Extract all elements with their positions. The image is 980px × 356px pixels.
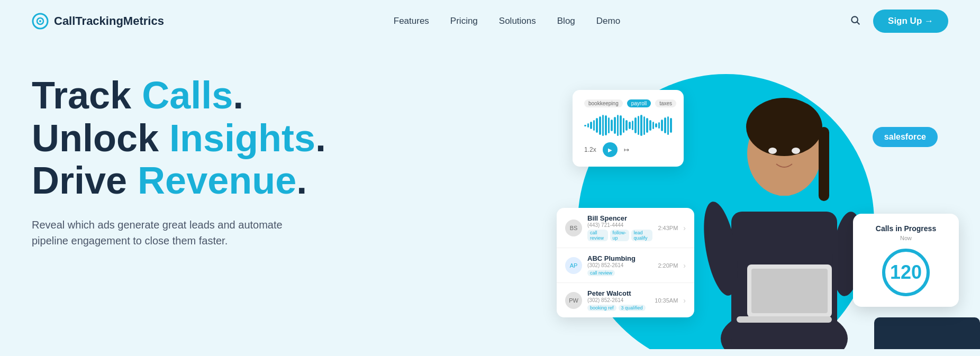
call-time-0: 2:43PM: [658, 225, 678, 231]
hero-headline: Track Calls. Unlock Insights. Drive Reve…: [32, 74, 326, 202]
nav-item-pricing[interactable]: Pricing: [450, 16, 478, 26]
call-name-2: Peter Walcott: [587, 289, 649, 297]
audio-controls[interactable]: 1.2x ▶ ↦: [584, 142, 672, 157]
svg-rect-17: [737, 316, 832, 323]
call-arrow-0: ›: [683, 224, 686, 232]
call-item-0: BS Bill Spencer (443) 721-4444 call revi…: [557, 208, 694, 248]
call-item-2: PW Peter Walcott (302) 852-2614 booking …: [557, 283, 694, 317]
audio-skip-icon[interactable]: ↦: [624, 146, 629, 153]
audio-speed: 1.2x: [584, 146, 596, 153]
svg-point-3: [851, 16, 858, 23]
audio-play-button[interactable]: ▶: [603, 142, 618, 157]
nav-item-features[interactable]: Features: [394, 16, 429, 26]
call-number-2: (302) 852-2614: [587, 297, 649, 303]
calls-progress-widget: Calls in Progress Now 120: [853, 214, 959, 307]
calls-progress-title: Calls in Progress: [866, 224, 946, 233]
svg-rect-16: [751, 269, 828, 313]
audio-tag-payroll: payroll: [627, 99, 651, 107]
call-tag-1-0: call review: [587, 270, 615, 276]
call-time-2: 10:35AM: [655, 297, 678, 304]
nav-right: Sign Up →: [850, 10, 948, 33]
svg-point-14: [792, 148, 800, 154]
svg-rect-12: [819, 127, 829, 201]
svg-point-2: [39, 20, 41, 22]
logo-icon: [32, 13, 49, 30]
audio-tag-taxes: taxes: [655, 99, 676, 107]
call-avatar-2: PW: [565, 292, 582, 309]
svg-point-11: [746, 98, 822, 156]
call-time-1: 2:20PM: [658, 262, 678, 269]
call-number-0: (443) 721-4444: [587, 222, 652, 228]
call-tags-1: call review: [587, 270, 652, 276]
call-name-0: Bill Spencer: [587, 214, 652, 222]
search-icon: [850, 15, 860, 25]
call-item-1: AP ABC Plumbing (302) 852-2614 call revi…: [557, 248, 694, 283]
call-tag-0-0: call review: [587, 230, 608, 241]
nav-item-blog[interactable]: Blog: [557, 16, 575, 26]
hero-visuals: salesforce bookkeeping payroll taxes 1.2…: [419, 42, 980, 349]
call-tag-2-1: 3 qualified: [619, 305, 646, 311]
call-tags-2: booking ref 3 qualified: [587, 305, 649, 311]
calls-progress-subtitle: Now: [866, 235, 946, 241]
signup-button[interactable]: Sign Up →: [873, 10, 948, 33]
call-list-card: BS Bill Spencer (443) 721-4444 call revi…: [557, 208, 694, 317]
call-info-0: Bill Spencer (443) 721-4444 call review …: [587, 214, 652, 241]
call-avatar-0: BS: [565, 220, 582, 236]
call-tag-0-1: follow-up: [610, 230, 629, 241]
call-avatar-1: AP: [565, 257, 582, 274]
svg-line-4: [857, 22, 860, 24]
nav-item-solutions[interactable]: Solutions: [499, 16, 536, 26]
audio-waveform: [584, 114, 672, 137]
call-name-1: ABC Plumbing: [587, 254, 652, 262]
call-info-2: Peter Walcott (302) 852-2614 booking ref…: [587, 289, 649, 311]
call-tag-2-0: booking ref: [587, 305, 616, 311]
call-arrow-2: ›: [683, 296, 686, 305]
search-button[interactable]: [850, 15, 860, 28]
audio-tags: bookkeeping payroll taxes: [584, 99, 672, 107]
call-number-1: (302) 852-2614: [587, 262, 652, 268]
audio-card: bookkeeping payroll taxes 1.2x ▶ ↦: [573, 90, 684, 167]
call-arrow-1: ›: [683, 261, 686, 270]
navbar: CallTrackingMetrics Features Pricing Sol…: [0, 0, 980, 42]
nav-links: Features Pricing Solutions Blog Demo: [394, 16, 620, 26]
svg-point-13: [768, 148, 777, 154]
call-tags-0: call review follow-up lead qualify: [587, 230, 652, 241]
calls-progress-count: 120: [882, 249, 930, 296]
salesforce-badge: salesforce: [873, 127, 938, 147]
hero-section: Track Calls. Unlock Insights. Drive Reve…: [0, 42, 980, 349]
logo[interactable]: CallTrackingMetrics: [32, 13, 164, 30]
brand-name: CallTrackingMetrics: [54, 14, 164, 28]
nav-item-demo[interactable]: Demo: [596, 16, 620, 26]
call-tag-0-2: lead qualify: [631, 230, 653, 241]
hero-subtext: Reveal which ads generate great leads an…: [32, 217, 307, 249]
audio-tag-bookkeeping: bookkeeping: [584, 99, 623, 107]
call-info-1: ABC Plumbing (302) 852-2614 call review: [587, 254, 652, 276]
hero-text: Track Calls. Unlock Insights. Drive Reve…: [32, 53, 326, 249]
